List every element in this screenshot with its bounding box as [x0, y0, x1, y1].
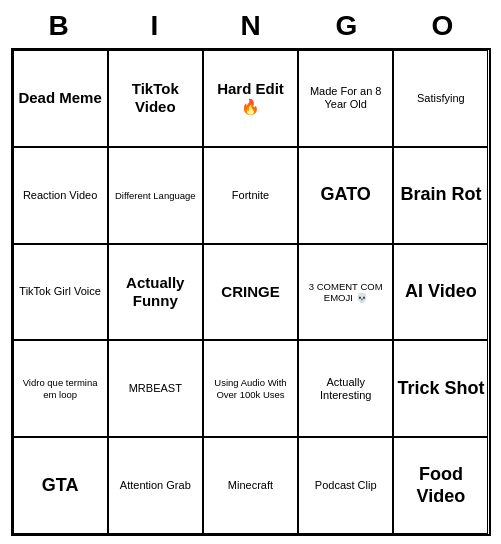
bingo-cell-r2-c4: AI Video — [393, 244, 488, 341]
bingo-cell-r2-c1: Actually Funny — [108, 244, 203, 341]
bingo-cell-r3-c3: Actually Interesting — [298, 340, 393, 437]
bingo-cell-r4-c0: GTA — [13, 437, 108, 534]
bingo-cell-r0-c1: TikTok Video — [108, 50, 203, 147]
bingo-cell-r1-c3: GATO — [298, 147, 393, 244]
bingo-cell-r4-c2: Minecraft — [203, 437, 298, 534]
header-letter: B — [11, 8, 107, 44]
bingo-cell-r2-c0: TikTok Girl Voice — [13, 244, 108, 341]
header-letter: G — [299, 8, 395, 44]
bingo-header: BINGO — [11, 8, 491, 44]
bingo-cell-r0-c3: Made For an 8 Year Old — [298, 50, 393, 147]
bingo-cell-r3-c1: MRBEAST — [108, 340, 203, 437]
bingo-grid: Dead MemeTikTok VideoHard Edit 🔥Made For… — [11, 48, 491, 536]
bingo-cell-r4-c1: Attention Grab — [108, 437, 203, 534]
bingo-cell-r1-c2: Fortnite — [203, 147, 298, 244]
bingo-cell-r0-c4: Satisfying — [393, 50, 488, 147]
bingo-cell-r2-c3: 3 COMENT COM EMOJI 💀 — [298, 244, 393, 341]
header-letter: O — [395, 8, 491, 44]
bingo-cell-r2-c2: CRINGE — [203, 244, 298, 341]
header-letter: I — [107, 8, 203, 44]
header-letter: N — [203, 8, 299, 44]
bingo-cell-r3-c4: Trick Shot — [393, 340, 488, 437]
bingo-cell-r4-c3: Podcast Clip — [298, 437, 393, 534]
bingo-cell-r1-c4: Brain Rot — [393, 147, 488, 244]
bingo-cell-r3-c0: Vidro que termina em loop — [13, 340, 108, 437]
bingo-cell-r0-c0: Dead Meme — [13, 50, 108, 147]
bingo-cell-r3-c2: Using Audio With Over 100k Uses — [203, 340, 298, 437]
bingo-cell-r1-c0: Reaction Video — [13, 147, 108, 244]
bingo-cell-r4-c4: Food Video — [393, 437, 488, 534]
bingo-cell-r1-c1: Different Language — [108, 147, 203, 244]
bingo-cell-r0-c2: Hard Edit 🔥 — [203, 50, 298, 147]
